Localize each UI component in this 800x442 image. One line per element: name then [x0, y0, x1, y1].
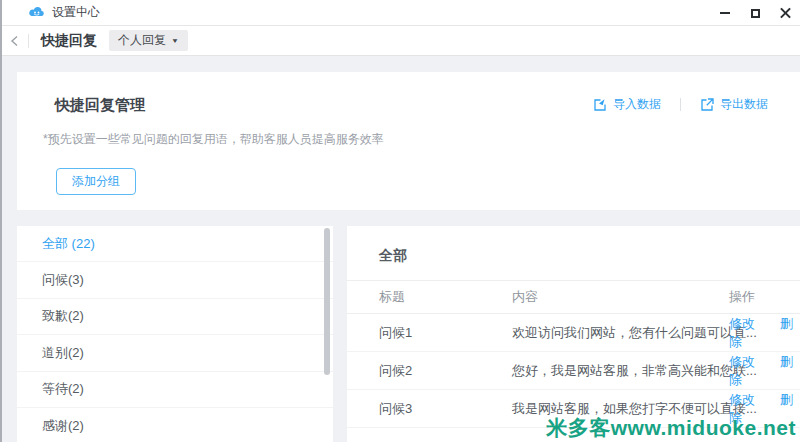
window-title: 设置中心: [52, 4, 100, 21]
reply-title: 问候2: [379, 362, 412, 380]
card-title: 快捷回复管理: [55, 96, 145, 115]
close-icon: [780, 8, 791, 19]
reply-content: 您好，我是网站客服，非常高兴能和您联...: [512, 362, 757, 380]
minimize-icon: [720, 12, 730, 14]
group-item-label: 致歉(2): [42, 307, 84, 325]
content-area: 快捷回复管理 *预先设置一些常见问题的回复用语，帮助客服人员提高服务效率 添加分…: [2, 57, 800, 442]
modify-link[interactable]: 修改: [729, 392, 755, 407]
close-button[interactable]: [770, 0, 800, 26]
reply-title: 问候3: [379, 400, 412, 418]
app-logo-icon: [28, 6, 45, 19]
data-links: 导入数据 导出数据: [593, 96, 768, 113]
sidebar-scrollbar[interactable]: [324, 228, 330, 375]
modify-link[interactable]: 修改: [729, 354, 755, 369]
table-section-title: 全部: [379, 247, 407, 265]
reply-content: 欢迎访问我们网站，您有什么问题可以直...: [512, 324, 757, 342]
group-item-apology[interactable]: 致歉(2): [17, 299, 333, 335]
add-group-button[interactable]: 添加分组: [56, 168, 136, 195]
reply-type-label: 个人回复: [118, 32, 166, 49]
column-header-title: 标题: [379, 288, 405, 306]
import-data-button[interactable]: 导入数据: [593, 96, 661, 113]
group-item-label: 全部 (22): [42, 235, 95, 253]
export-icon: [700, 98, 714, 112]
column-header-operation: 操作: [729, 288, 755, 306]
import-data-label: 导入数据: [613, 96, 661, 113]
reply-type-dropdown[interactable]: 个人回复 ▼: [109, 30, 188, 51]
group-item-label: 等待(2): [42, 380, 84, 398]
table-row: 问候1 欢迎访问我们网站，您有什么问题可以直... 修改 删除: [347, 314, 800, 352]
page-title: 快捷回复: [41, 32, 97, 50]
group-item-thanks[interactable]: 感谢(2): [17, 408, 333, 442]
group-item-label: 道别(2): [42, 344, 84, 362]
export-data-button[interactable]: 导出数据: [700, 96, 768, 113]
minimize-button[interactable]: [710, 0, 740, 26]
back-button[interactable]: [2, 26, 28, 56]
export-data-label: 导出数据: [720, 96, 768, 113]
watermark: 米多客www.miduoke.net: [546, 414, 796, 442]
group-item-label: 问候(3): [42, 271, 84, 289]
group-item-farewell[interactable]: 道别(2): [17, 335, 333, 371]
replies-table-panel: 全部 标题 内容 操作 问候1 欢迎访问我们网站，您有什么问题可以直... 修改…: [347, 226, 800, 442]
group-list-panel: 全部 (22) 问候(3) 致歉(2) 道别(2) 等待(2) 感谢(2): [17, 226, 333, 442]
maximize-icon: [751, 9, 760, 18]
group-item-label: 感谢(2): [42, 417, 84, 435]
chevron-left-icon: [9, 35, 21, 47]
links-divider: [680, 98, 681, 111]
quick-reply-header-card: 快捷回复管理 *预先设置一些常见问题的回复用语，帮助客服人员提高服务效率 添加分…: [17, 72, 800, 210]
title-bar: 设置中心: [2, 0, 800, 26]
nav-divider: [28, 34, 29, 48]
table-header-row: 标题 内容 操作: [347, 280, 800, 313]
card-description: *预先设置一些常见问题的回复用语，帮助客服人员提高服务效率: [43, 131, 384, 148]
reply-title: 问候1: [379, 324, 412, 342]
modify-link[interactable]: 修改: [729, 316, 755, 331]
maximize-button[interactable]: [740, 0, 770, 26]
window-controls: [710, 0, 800, 26]
table-row: 问候2 您好，我是网站客服，非常高兴能和您联... 修改 删除: [347, 352, 800, 390]
import-icon: [593, 98, 607, 112]
chevron-down-icon: ▼: [171, 37, 179, 44]
nav-bar: 快捷回复 个人回复 ▼: [2, 26, 800, 56]
group-item-waiting[interactable]: 等待(2): [17, 372, 333, 408]
group-item-all[interactable]: 全部 (22): [17, 226, 333, 262]
column-header-content: 内容: [512, 288, 538, 306]
settings-window: 设置中心 快捷回复 个人回复 ▼ 快捷回复管理 *预先设置一些常见问题的回复用语…: [0, 0, 800, 442]
group-item-greeting[interactable]: 问候(3): [17, 262, 333, 298]
